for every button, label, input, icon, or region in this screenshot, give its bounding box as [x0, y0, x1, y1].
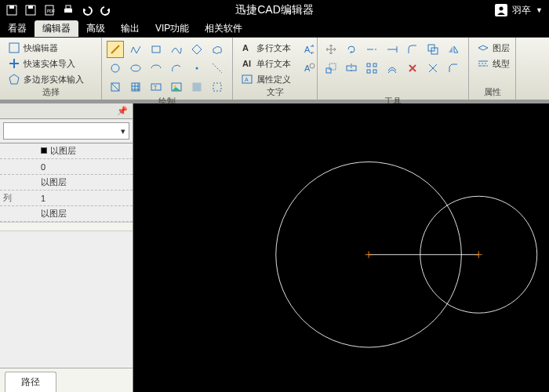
svg-text:A: A: [245, 77, 249, 82]
menu-tab-vip[interactable]: VIP功能: [147, 20, 197, 37]
trim-tool-icon[interactable]: [363, 41, 380, 58]
svg-rect-42: [326, 68, 331, 73]
prop-row[interactable]: 以图层: [0, 206, 133, 222]
move-tool-icon[interactable]: [322, 41, 340, 58]
workspace: 📌 以图层 0 以图层 列1 以图层 路径: [0, 103, 549, 392]
group-label-properties: 属性: [474, 86, 511, 98]
ribbon: 快编辑器 快速实体导入 多边形实体输入 选择: [0, 38, 549, 100]
array-tool-icon[interactable]: [363, 60, 380, 77]
redo-icon[interactable]: [99, 3, 113, 17]
image-tool-icon[interactable]: [168, 78, 185, 96]
prop-row[interactable]: 以图层: [0, 175, 133, 191]
print-icon[interactable]: [61, 3, 75, 17]
rotate-tool-icon[interactable]: [343, 41, 360, 58]
ellipse-tool-icon[interactable]: [127, 60, 144, 77]
user-name: 羽卒: [512, 4, 531, 17]
panel-tab-path[interactable]: 路径: [5, 372, 56, 392]
panel-scrollbar[interactable]: [0, 222, 133, 231]
menu-tab-editor[interactable]: 编辑器: [35, 20, 78, 37]
group-label-text: 文字: [238, 86, 312, 98]
undo-icon[interactable]: [80, 3, 94, 17]
canvas-svg: [133, 103, 549, 392]
arc-tool-icon[interactable]: [168, 60, 185, 77]
svg-rect-3: [28, 5, 33, 9]
block-tool-icon[interactable]: [188, 78, 205, 96]
chamfer-tool-icon[interactable]: [445, 60, 462, 77]
svg-rect-26: [213, 83, 221, 91]
polygon-entity-input-button[interactable]: 多边形实体输入: [5, 72, 87, 86]
polyline-tool-icon[interactable]: [127, 41, 144, 58]
save-icon[interactable]: [5, 3, 19, 17]
prop-row[interactable]: 列1: [0, 191, 133, 206]
svg-line-19: [111, 83, 119, 91]
extend-tool-icon[interactable]: [384, 41, 401, 58]
svg-line-17: [213, 64, 222, 73]
rectangle-tool-icon[interactable]: [147, 41, 165, 58]
stretch-tool-icon[interactable]: [343, 60, 360, 77]
svg-point-16: [196, 67, 198, 70]
text-box-tool-icon[interactable]: T: [147, 78, 165, 96]
explode-tool-icon[interactable]: [424, 60, 442, 77]
multiline-text-button[interactable]: A多行文本: [238, 41, 294, 55]
spline-tool-icon[interactable]: [168, 41, 185, 58]
scale-tool-icon[interactable]: [322, 60, 340, 77]
menu-tab-advanced[interactable]: 高级: [78, 20, 113, 37]
text-find-icon[interactable]: A: [300, 60, 318, 77]
svg-rect-43: [329, 64, 336, 70]
svg-text:PDF: PDF: [47, 9, 55, 13]
drawing-canvas[interactable]: [133, 103, 549, 392]
user-avatar-icon: [495, 4, 507, 16]
endpoint-marker: [365, 251, 373, 258]
linetype-button[interactable]: 线型: [474, 56, 513, 71]
dropdown-icon[interactable]: ▼: [536, 6, 543, 14]
quick-editor-button[interactable]: 快编辑器: [5, 41, 87, 55]
menu-tab-related[interactable]: 相关软件: [197, 20, 250, 37]
singleline-text-button[interactable]: AI单行文本: [238, 56, 294, 71]
attribute-define-button[interactable]: A属性定义: [238, 72, 294, 86]
svg-rect-7: [66, 5, 71, 9]
fillet-tool-icon[interactable]: [404, 41, 421, 58]
ribbon-group-draw: T 绘制: [102, 38, 233, 100]
offset-tool-icon[interactable]: [384, 60, 401, 77]
panel-dropdown[interactable]: [3, 122, 129, 140]
saveas-icon[interactable]: [24, 3, 38, 17]
tools-grid: [322, 41, 464, 96]
text-style-icon[interactable]: A: [300, 41, 318, 58]
polygon-tool-icon[interactable]: [188, 41, 205, 58]
draw-tool-grid: T: [107, 41, 227, 96]
title-bar: PDF 迅捷CAD编辑器 羽卒 ▼: [0, 0, 549, 20]
quick-entity-import-button[interactable]: 快速实体导入: [5, 56, 87, 71]
prop-row[interactable]: 以图层: [0, 143, 133, 159]
quick-access-toolbar: PDF: [0, 3, 113, 17]
svg-point-14: [111, 64, 119, 72]
svg-rect-45: [367, 64, 370, 67]
point-tool-icon[interactable]: [188, 60, 205, 77]
menu-tab-viewer[interactable]: 看器: [0, 20, 35, 37]
user-area[interactable]: 羽卒 ▼: [495, 4, 543, 17]
property-list: 以图层 0 以图层 列1 以图层: [0, 143, 133, 222]
svg-line-11: [111, 45, 119, 53]
erase-tool-icon[interactable]: [404, 60, 421, 77]
svg-rect-6: [64, 9, 72, 13]
svg-rect-1: [9, 5, 14, 9]
svg-point-8: [500, 7, 504, 11]
pdf-icon[interactable]: PDF: [42, 3, 56, 17]
cloud-tool-icon[interactable]: [209, 41, 226, 58]
layers-button[interactable]: 图层: [474, 41, 513, 55]
menu-tab-output[interactable]: 输出: [113, 20, 147, 37]
ellipse-arc-tool-icon[interactable]: [147, 60, 165, 77]
prop-row[interactable]: 0: [0, 159, 133, 175]
circle-tool-icon[interactable]: [107, 60, 124, 77]
line-tool-icon[interactable]: [107, 41, 124, 58]
endpoint-marker: [475, 251, 482, 258]
construction-line-icon[interactable]: [209, 60, 226, 77]
properties-panel: 📌 以图层 0 以图层 列1 以图层 路径: [0, 103, 133, 392]
mirror-tool-icon[interactable]: [445, 41, 462, 58]
more-tool-icon[interactable]: [209, 78, 226, 96]
copy-tool-icon[interactable]: [424, 41, 442, 58]
panel-pin-bar: 📌: [0, 103, 133, 119]
hatch-tool-icon[interactable]: [127, 78, 144, 96]
pin-icon[interactable]: 📌: [117, 106, 128, 116]
ribbon-group-tools: 工具: [318, 38, 469, 100]
region-tool-icon[interactable]: [107, 78, 124, 96]
